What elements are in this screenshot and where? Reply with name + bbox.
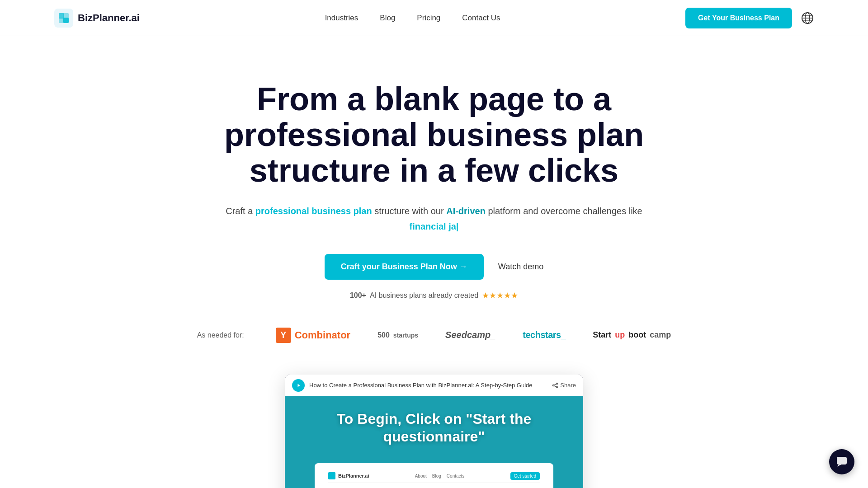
svg-marker-16 bbox=[837, 465, 841, 467]
navbar: BizPlanner.ai Industries Blog Pricing Co… bbox=[0, 0, 868, 36]
globe-icon bbox=[801, 12, 814, 24]
share-icon bbox=[552, 382, 558, 389]
video-overlay-text: To Begin, Click on "Start the questionna… bbox=[285, 410, 583, 445]
hero-link-ai: AI-driven bbox=[446, 206, 486, 216]
social-proof-count: 100+ bbox=[350, 291, 366, 300]
social-proof: 100+ AI business plans already created ★… bbox=[350, 291, 518, 300]
svg-rect-15 bbox=[837, 457, 847, 465]
video-title-text: How to Create a Professional Business Pl… bbox=[309, 382, 533, 389]
video-thumbnail: To Begin, Click on "Start the questionna… bbox=[285, 396, 583, 488]
hero-buttons: Craft your Business Plan Now → Watch dem… bbox=[325, 254, 543, 280]
chat-bubble-button[interactable] bbox=[829, 449, 854, 474]
partner-seedcamp: Seedcamp_ bbox=[445, 330, 495, 340]
hero-link-business-plan[interactable]: professional business plan bbox=[255, 206, 372, 216]
logo-link[interactable]: BizPlanner.ai bbox=[54, 9, 140, 28]
rating-stars: ★★★★★ bbox=[482, 291, 518, 300]
nav-blog[interactable]: Blog bbox=[380, 14, 395, 22]
share-button[interactable]: Share bbox=[552, 382, 576, 389]
nav-pricing[interactable]: Pricing bbox=[417, 14, 440, 22]
svg-line-13 bbox=[554, 384, 557, 385]
youtube-icon bbox=[292, 379, 305, 392]
yc-badge: Y bbox=[276, 328, 291, 343]
hero-section: From a blank page to a professional busi… bbox=[0, 36, 868, 488]
nav-cta-button[interactable]: Get Your Business Plan bbox=[685, 8, 792, 28]
partners-label: As needed for: bbox=[197, 331, 244, 339]
video-container: How to Create a Professional Business Pl… bbox=[285, 375, 583, 488]
hero-highlight-text: financial ja| bbox=[410, 221, 459, 231]
video-inner-card: BizPlanner.ai About Blog Contacts Get st… bbox=[315, 463, 553, 488]
nav-links: Industries Blog Pricing Contact Us bbox=[325, 14, 500, 23]
svg-point-12 bbox=[557, 386, 558, 388]
hero-subtitle: Craft a professional business plan struc… bbox=[226, 203, 642, 234]
logo-text: BizPlanner.ai bbox=[78, 12, 140, 24]
yc-text: Combinator bbox=[295, 329, 350, 341]
partner-500startups: 500startups bbox=[377, 331, 418, 339]
hero-subtitle-suffix: platform and overcome challenges like bbox=[486, 206, 642, 216]
partner-startupbootcamp: Startupbootcamp bbox=[593, 330, 671, 340]
hero-title: From a blank page to a professional busi… bbox=[185, 81, 683, 189]
partners-section: As needed for: Y Combinator 500startups … bbox=[197, 328, 671, 343]
video-inner-logo: BizPlanner.ai bbox=[328, 472, 369, 479]
logo-icon bbox=[54, 9, 73, 28]
video-section: How to Create a Professional Business Pl… bbox=[90, 375, 778, 488]
share-label: Share bbox=[560, 382, 576, 389]
svg-line-14 bbox=[554, 385, 557, 387]
social-proof-text: AI business plans already created bbox=[370, 291, 478, 300]
svg-point-11 bbox=[553, 385, 554, 386]
svg-rect-4 bbox=[63, 18, 69, 23]
watch-demo-button[interactable]: Watch demo bbox=[498, 262, 543, 272]
hero-subtitle-prefix: Craft a bbox=[226, 206, 255, 216]
nav-industries[interactable]: Industries bbox=[325, 14, 359, 22]
partner-techstars: techstars_ bbox=[523, 330, 566, 340]
hero-subtitle-middle: structure with our bbox=[372, 206, 447, 216]
video-top-bar: How to Create a Professional Business Pl… bbox=[285, 375, 583, 396]
video-top-bar-left: How to Create a Professional Business Pl… bbox=[292, 379, 533, 392]
craft-plan-button[interactable]: Craft your Business Plan Now → bbox=[325, 254, 484, 280]
svg-point-10 bbox=[557, 383, 558, 384]
nav-contact[interactable]: Contact Us bbox=[462, 14, 500, 22]
nav-right: Get Your Business Plan bbox=[685, 8, 814, 28]
chat-icon bbox=[836, 456, 848, 468]
language-button[interactable] bbox=[801, 12, 814, 24]
partner-ycombinator: Y Combinator bbox=[276, 328, 350, 343]
